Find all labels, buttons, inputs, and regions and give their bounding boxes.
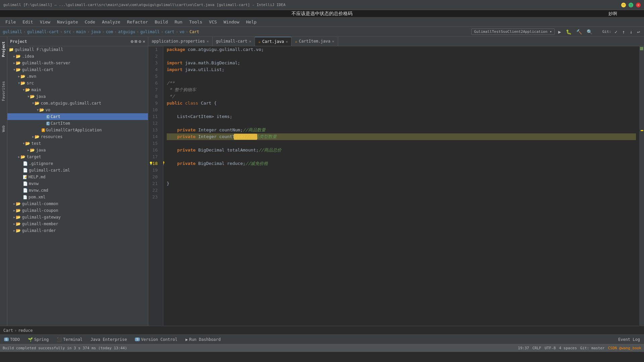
tab-gulimall-cart[interactable]: gulimall-cart ✕ bbox=[213, 37, 255, 46]
project-tree: 📁gulimall F:\gulimall▶📂.idea▶📂gulimall-a… bbox=[7, 46, 148, 234]
tree-item[interactable]: ▶📂resources bbox=[7, 133, 148, 140]
breadcrumb-com[interactable]: com bbox=[106, 29, 113, 34]
tree-item[interactable]: ▼📂vo bbox=[7, 107, 148, 113]
run-config-selector[interactable]: GulimallTestSsoClient2Application ▾ bbox=[471, 28, 555, 35]
breadcrumb-atguigu[interactable]: atguigu bbox=[118, 29, 135, 34]
menu-view[interactable]: View bbox=[37, 19, 53, 25]
git-label: Git: bbox=[602, 29, 611, 34]
search-icon[interactable]: 🔍 bbox=[585, 28, 594, 35]
tree-item[interactable]: ▼📂main bbox=[7, 86, 148, 93]
tab-spring-icon: 🌱 bbox=[28, 337, 33, 342]
tab-application-properties[interactable]: application.properties ✕ bbox=[148, 37, 213, 46]
code-line: private BigDecimal totalAmount;//商品总价 bbox=[167, 147, 636, 154]
breadcrumb-cart[interactable]: cart bbox=[165, 29, 174, 34]
tree-item[interactable]: ▼📂src bbox=[7, 80, 148, 86]
git-push-icon[interactable]: ↑ bbox=[621, 28, 626, 35]
tab-todo[interactable]: 6 TODO bbox=[3, 337, 21, 343]
tab-run-dashboard[interactable]: ▶ Run Dashboard bbox=[184, 337, 222, 343]
tree-item[interactable]: ▶📂target bbox=[7, 154, 148, 160]
status-indent[interactable]: 4 spaces bbox=[559, 346, 577, 350]
folder-icon: 📂 bbox=[25, 87, 30, 92]
tab-close-cartitem[interactable]: ✕ bbox=[332, 39, 334, 44]
breadcrumb-gulimall-cart[interactable]: gulimall-cart bbox=[27, 29, 59, 34]
tree-item[interactable]: CCartItem bbox=[7, 120, 148, 127]
breadcrumb-src[interactable]: src bbox=[64, 29, 71, 34]
sidebar-expand-all-icon[interactable]: ⊞ bbox=[135, 39, 138, 44]
menu-analyze[interactable]: Analyze bbox=[99, 19, 123, 25]
menu-vcs[interactable]: VCS bbox=[206, 19, 219, 25]
panel-tab-favorites[interactable]: Favorites bbox=[1, 79, 6, 103]
tab-version-control[interactable]: 9 Version Control bbox=[133, 337, 178, 343]
status-crlf[interactable]: CRLF bbox=[532, 346, 541, 350]
menu-tools[interactable]: Tools bbox=[186, 19, 205, 25]
git-commit-icon[interactable]: ✓ bbox=[613, 28, 619, 35]
menu-help[interactable]: Help bbox=[244, 19, 259, 25]
tree-item[interactable]: ▶📂gulimall-order bbox=[7, 227, 148, 234]
tree-item[interactable]: 📄mvnw.cmd bbox=[7, 187, 148, 194]
tree-item[interactable]: 📝HELP.md bbox=[7, 174, 148, 180]
tab-spring[interactable]: 🌱 Spring bbox=[26, 337, 50, 343]
tree-item[interactable]: 📄pom.xml bbox=[7, 194, 148, 200]
tree-item[interactable]: ▶📂gulimall-member bbox=[7, 221, 148, 227]
sidebar-settings-icon[interactable]: ⚙ bbox=[139, 39, 141, 44]
tab-java-enterprise[interactable]: Java Enterprise bbox=[89, 337, 128, 343]
build-button[interactable]: 🔨 bbox=[575, 28, 583, 35]
window-controls[interactable]: ─ □ ✕ bbox=[621, 3, 641, 7]
code-editor[interactable]: 1234567891011121314151617181920212223 pa… bbox=[148, 46, 644, 326]
menu-file[interactable]: File bbox=[3, 19, 18, 25]
tree-item[interactable]: ▶📂.mvn bbox=[7, 73, 148, 80]
close-button[interactable]: ✕ bbox=[636, 3, 641, 7]
tab-close-cart[interactable]: ✕ bbox=[286, 40, 288, 44]
menu-window[interactable]: Window bbox=[221, 19, 242, 25]
panel-tab-project[interactable]: Project bbox=[1, 40, 6, 59]
breadcrumb-gulimall[interactable]: gulimall bbox=[3, 29, 22, 34]
tab-close-application[interactable]: ✕ bbox=[207, 39, 209, 44]
menu-run[interactable]: Run bbox=[172, 19, 185, 25]
tree-item[interactable]: 📁gulimall F:\gulimall bbox=[7, 46, 148, 53]
tree-item[interactable]: ▶📂gulimall-coupon bbox=[7, 207, 148, 214]
debug-button[interactable]: 🐛 bbox=[565, 28, 573, 35]
breadcrumb-main[interactable]: main bbox=[76, 29, 86, 34]
sidebar-locate-icon[interactable]: ⊙ bbox=[131, 39, 133, 44]
status-encoding[interactable]: UTF-8 bbox=[545, 346, 556, 350]
tree-item[interactable]: CCart bbox=[7, 113, 148, 120]
tab-terminal[interactable]: ⬛ Terminal bbox=[55, 337, 84, 343]
tab-close-gulimall[interactable]: ✕ bbox=[249, 39, 252, 44]
git-pull-icon[interactable]: ↓ bbox=[628, 28, 634, 35]
breadcrumb-cart-class[interactable]: Cart bbox=[190, 29, 199, 34]
tree-item[interactable]: ▼📂gulimall-cart bbox=[7, 66, 148, 73]
tree-item[interactable]: ▶📂gulimall-common bbox=[7, 200, 148, 207]
menu-edit[interactable]: Edit bbox=[20, 19, 36, 25]
tree-item[interactable]: 📄.gitignore bbox=[7, 160, 148, 167]
panel-tab-web[interactable]: Web bbox=[1, 123, 6, 134]
tree-item[interactable]: ▶📂java bbox=[7, 147, 148, 154]
tree-item[interactable]: ▶📂gulimall-auth-server bbox=[7, 60, 148, 66]
menu-code[interactable]: Code bbox=[82, 19, 98, 25]
tree-item[interactable]: 📄mvnw bbox=[7, 180, 148, 187]
tree-item[interactable]: ▼📂java bbox=[7, 93, 148, 100]
breadcrumb-java[interactable]: java bbox=[91, 29, 101, 34]
tab-java-enterprise-label: Java Enterprise bbox=[91, 337, 127, 342]
tree-item[interactable]: ▶📂gulimall-gateway bbox=[7, 214, 148, 221]
git-undo-icon[interactable]: ↩ bbox=[636, 28, 641, 35]
tab-cartitem-java[interactable]: ☕ CartItem.java ✕ bbox=[291, 37, 338, 46]
tab-event-log[interactable]: Event Log bbox=[617, 337, 641, 343]
tree-item[interactable]: ▶📂.idea bbox=[7, 53, 148, 60]
line-number: 13 bbox=[148, 127, 160, 133]
breadcrumb-vo[interactable]: vo bbox=[179, 29, 184, 34]
menu-navigate[interactable]: Navigate bbox=[54, 19, 81, 25]
menu-build[interactable]: Build bbox=[152, 19, 170, 25]
minimize-button[interactable]: ─ bbox=[621, 3, 626, 7]
tree-item[interactable]: ▼📂test bbox=[7, 140, 148, 147]
menu-refactor[interactable]: Refactor bbox=[124, 19, 151, 25]
tab-cart-java[interactable]: ☕ Cart.java ✕ bbox=[255, 37, 291, 46]
sidebar-header-icons[interactable]: ⊙ ⊞ ⚙ ✕ bbox=[131, 39, 145, 44]
tree-item[interactable]: 📄gulimall-cart.iml bbox=[7, 167, 148, 174]
maximize-button[interactable]: □ bbox=[629, 3, 633, 7]
tree-item[interactable]: AGulimallCartApplication bbox=[7, 127, 148, 133]
run-button[interactable]: ▶ bbox=[557, 28, 562, 35]
code-content[interactable]: package com.atguigu.gulimall.cart.vo;imp… bbox=[163, 46, 639, 326]
breadcrumb-gulimall2[interactable]: gulimall bbox=[140, 29, 160, 34]
tree-item[interactable]: ▼📂com.atguigu.gulimall.cart bbox=[7, 100, 148, 107]
sidebar-close-icon[interactable]: ✕ bbox=[143, 39, 145, 44]
